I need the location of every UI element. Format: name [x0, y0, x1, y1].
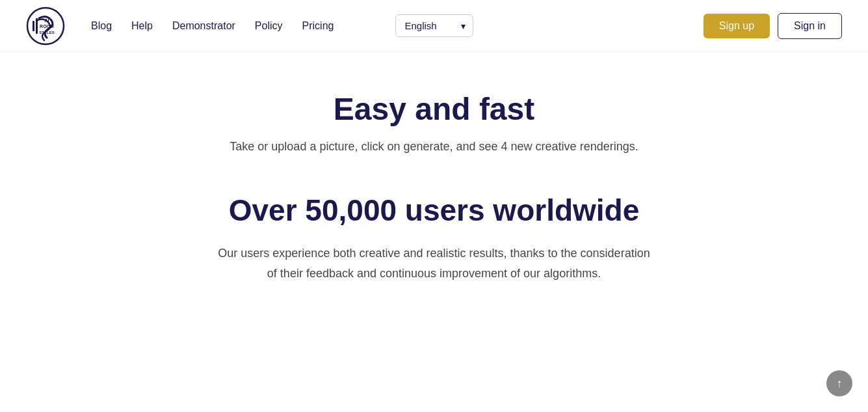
svg-text:AI: AI — [45, 18, 49, 23]
section-users: Over 50,000 users worldwide Our users ex… — [213, 193, 655, 283]
nav-demonstrator[interactable]: Demonstrator — [172, 20, 235, 32]
main-content: Easy and fast Take or upload a picture, … — [0, 52, 868, 335]
easy-and-fast-heading: Easy and fast — [230, 91, 638, 127]
nav-pricing[interactable]: Pricing — [302, 20, 334, 32]
easy-and-fast-subtext: Take or upload a picture, click on gener… — [230, 140, 638, 154]
header-right: Sign up Sign in — [704, 13, 842, 39]
nav-policy[interactable]: Policy — [255, 20, 283, 32]
svg-rect-2 — [36, 18, 38, 34]
section-easy: Easy and fast Take or upload a picture, … — [230, 91, 638, 154]
svg-text:STYLES: STYLES — [39, 31, 54, 34]
users-worldwide-heading: Over 50,000 users worldwide — [213, 193, 655, 228]
users-worldwide-subtext: Our users experience both creative and r… — [213, 243, 655, 283]
language-dropdown[interactable]: English French Spanish German Italian — [395, 14, 473, 37]
nav-help[interactable]: Help — [131, 20, 153, 32]
language-selector-wrapper: English French Spanish German Italian — [395, 14, 473, 37]
main-nav: Blog Help Demonstrator Policy Pricing — [91, 20, 334, 32]
logo-icon: AI ROOM STYLES — [26, 7, 65, 46]
site-header: AI ROOM STYLES Blog Help Demonstrator Po… — [0, 0, 868, 52]
signup-button[interactable]: Sign up — [704, 14, 770, 38]
nav-blog[interactable]: Blog — [91, 20, 112, 32]
signin-button[interactable]: Sign in — [778, 13, 842, 39]
header-left: AI ROOM STYLES Blog Help Demonstrator Po… — [26, 7, 334, 46]
logo-link[interactable]: AI ROOM STYLES — [26, 7, 65, 46]
header-center: English French Spanish German Italian — [395, 14, 473, 37]
svg-rect-1 — [33, 21, 34, 31]
scroll-to-top-button[interactable]: ↑ — [826, 370, 852, 396]
svg-text:ROOM: ROOM — [40, 24, 54, 29]
